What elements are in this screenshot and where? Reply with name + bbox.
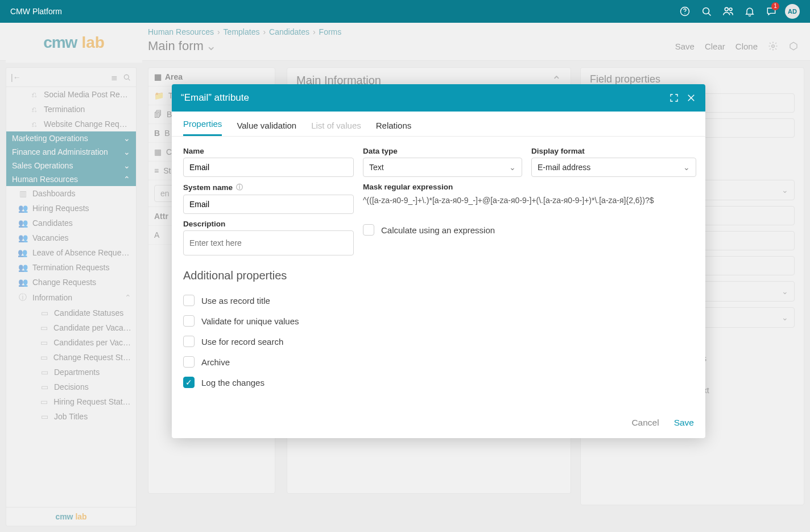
- modal-body: Name Data type Text ⌄ Display format E-m…: [172, 137, 705, 410]
- tab-properties[interactable]: Properties: [183, 119, 222, 136]
- archive-checkbox[interactable]: [183, 356, 195, 368]
- system-name-input[interactable]: [183, 195, 354, 214]
- help-icon[interactable]: ⓘ: [236, 183, 243, 192]
- bell-icon[interactable]: [741, 2, 759, 20]
- display-format-select[interactable]: E-mail address ⌄: [531, 158, 696, 177]
- expand-icon[interactable]: [669, 93, 679, 103]
- modal-header: “Email” attribute: [172, 84, 705, 112]
- mask-label: Mask regular expression: [363, 183, 696, 191]
- calc-checkbox[interactable]: [363, 224, 374, 236]
- chevron-down-icon: ⌄: [683, 163, 690, 172]
- validate-unique-checkbox[interactable]: [183, 315, 195, 327]
- cancel-button[interactable]: Cancel: [631, 418, 659, 428]
- users-icon[interactable]: [719, 2, 737, 20]
- use-as-title-checkbox[interactable]: [183, 295, 195, 306]
- display-format-label: Display format: [531, 147, 696, 155]
- save-button[interactable]: Save: [674, 418, 694, 428]
- chevron-down-icon: ⌄: [509, 163, 516, 172]
- svg-point-4: [725, 7, 728, 11]
- brand-text: CMW Platform: [10, 7, 62, 16]
- avatar[interactable]: AD: [785, 4, 800, 19]
- close-icon[interactable]: [686, 93, 696, 103]
- log-changes-checkbox[interactable]: ✓: [183, 377, 195, 388]
- data-type-select[interactable]: Text ⌄: [363, 158, 522, 177]
- help-icon[interactable]: [676, 2, 694, 20]
- tab-list-of-values: List of values: [311, 121, 361, 136]
- topbar: CMW Platform 1 AD: [0, 0, 810, 23]
- attribute-modal: “Email” attribute Properties Value valid…: [172, 84, 705, 438]
- name-label: Name: [183, 147, 354, 155]
- svg-point-1: [684, 14, 685, 14]
- svg-point-5: [729, 8, 732, 11]
- tab-relations[interactable]: Relations: [376, 121, 412, 136]
- mask-expression: ^(([a-zа-я0-9_-]+\.)*[a-zа-я0-9_-]+@[a-z…: [363, 196, 696, 205]
- use-for-search-checkbox[interactable]: [183, 336, 195, 347]
- modal-tabs: Properties Value validation List of valu…: [172, 112, 705, 137]
- additional-properties-title: Additional properties: [183, 269, 694, 282]
- search-icon[interactable]: [697, 2, 716, 20]
- message-icon[interactable]: 1: [762, 2, 780, 20]
- calc-label: Calculate using an expression: [381, 225, 495, 235]
- description-input[interactable]: [183, 230, 354, 255]
- description-label: Description: [183, 220, 354, 228]
- svg-line-3: [708, 13, 710, 15]
- svg-point-2: [703, 8, 709, 14]
- modal-title: “Email” attribute: [181, 92, 249, 104]
- tab-value-validation[interactable]: Value validation: [237, 121, 296, 136]
- data-type-label: Data type: [363, 147, 522, 155]
- notification-badge: 1: [771, 2, 779, 10]
- modal-footer: Cancel Save: [172, 410, 705, 438]
- system-name-label: System name ⓘ: [183, 183, 354, 192]
- name-input[interactable]: [183, 158, 354, 177]
